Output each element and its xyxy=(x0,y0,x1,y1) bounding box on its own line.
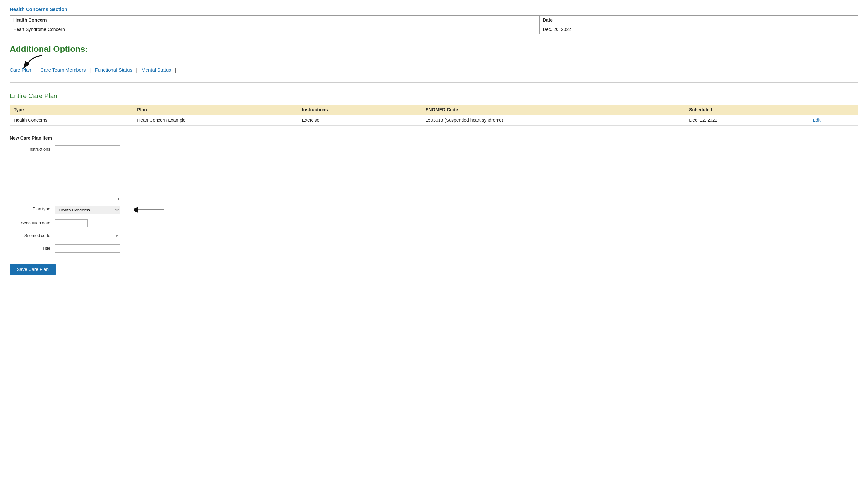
title-label: Title xyxy=(16,244,55,251)
col-scheduled: Scheduled xyxy=(685,105,809,115)
col-action xyxy=(809,105,858,115)
scheduled-date-row: Scheduled date xyxy=(16,219,858,227)
additional-options-title: Additional Options: xyxy=(10,44,858,54)
scheduled-date-input[interactable] xyxy=(55,219,88,227)
plan-type-select[interactable]: Health Concerns Goals Interventions Outc… xyxy=(55,206,120,215)
health-concern-value: Heart Syndrome Concern xyxy=(10,25,540,34)
col-type: Type xyxy=(10,105,133,115)
col-plan: Plan xyxy=(133,105,298,115)
new-care-plan-item: New Care Plan Item Instructions Plan typ… xyxy=(10,135,858,253)
new-care-plan-title: New Care Plan Item xyxy=(10,135,858,140)
row-snomed-code: 1503013 (Suspended heart syndrome) xyxy=(422,115,685,126)
scheduled-date-label: Scheduled date xyxy=(16,219,55,225)
instructions-textarea[interactable] xyxy=(55,145,120,200)
snomed-code-label: Snomed code xyxy=(16,232,55,238)
table-row: Heart Syndrome Concern Dec. 20, 2022 xyxy=(10,25,858,34)
col-header-date: Date xyxy=(539,15,858,25)
plan-type-label: Plan type xyxy=(16,205,55,211)
nav-divider xyxy=(10,82,858,83)
nav-link-functional-status[interactable]: Functional Status xyxy=(92,67,135,72)
snomed-code-row: Snomed code ▼ xyxy=(16,232,858,240)
date-value: Dec. 20, 2022 xyxy=(539,25,858,34)
care-plan-arrow-icon xyxy=(20,54,45,72)
row-edit[interactable]: Edit xyxy=(809,115,858,126)
separator-2: | xyxy=(88,67,92,72)
snomed-input-wrapper: ▼ xyxy=(55,232,120,240)
additional-options: Additional Options: Care Plan | Care Tea… xyxy=(10,44,858,83)
snomed-dropdown-icon[interactable]: ▼ xyxy=(115,234,119,238)
instructions-row: Instructions xyxy=(16,145,858,200)
title-input[interactable] xyxy=(55,244,120,253)
save-care-plan-button[interactable]: Save Care Plan xyxy=(10,264,56,275)
separator-3: | xyxy=(135,67,139,72)
health-concern-table: Health Concern Date Heart Syndrome Conce… xyxy=(10,15,858,34)
entire-care-plan: Entire Care Plan Type Plan Instructions … xyxy=(10,92,858,126)
nav-link-mental-status[interactable]: Mental Status xyxy=(139,67,174,72)
snomed-code-input[interactable] xyxy=(55,232,120,240)
col-snomed-code: SNOMED Code xyxy=(422,105,685,115)
plan-type-field: Health Concerns Goals Interventions Outc… xyxy=(55,205,166,215)
edit-link[interactable]: Edit xyxy=(813,118,820,123)
instructions-label: Instructions xyxy=(16,145,55,152)
col-instructions: Instructions xyxy=(298,105,422,115)
row-plan: Heart Concern Example xyxy=(133,115,298,126)
form-section: Instructions Plan type Health Concerns G… xyxy=(16,145,858,253)
plan-type-row: Plan type Health Concerns Goals Interven… xyxy=(16,205,858,215)
nav-links: Care Plan | Care Team Members | Function… xyxy=(10,67,858,72)
row-instructions: Exercise. xyxy=(298,115,422,126)
separator-4: | xyxy=(174,67,178,72)
title-row: Title xyxy=(16,244,858,253)
section-title: Health Concerns Section xyxy=(10,6,858,12)
health-concerns-section: Health Concerns Section Health Concern D… xyxy=(10,6,858,34)
row-type: Health Concerns xyxy=(10,115,133,126)
plan-type-arrow-icon xyxy=(133,205,166,215)
care-plan-row: Health Concerns Heart Concern Example Ex… xyxy=(10,115,858,126)
row-scheduled: Dec. 12, 2022 xyxy=(685,115,809,126)
care-plan-title: Entire Care Plan xyxy=(10,92,858,100)
care-plan-table: Type Plan Instructions SNOMED Code Sched… xyxy=(10,105,858,126)
col-header-health-concern: Health Concern xyxy=(10,15,540,25)
